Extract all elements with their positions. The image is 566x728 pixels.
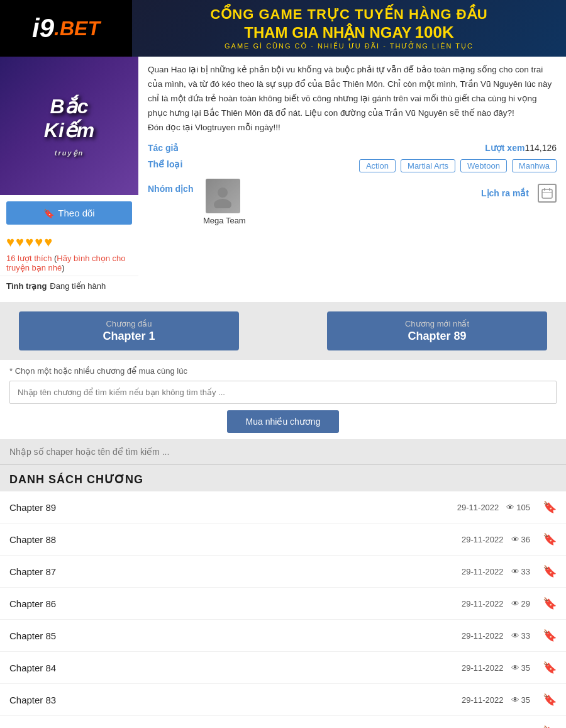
- read-more-text: Đón đọc tại Vlogtruyen mỗi ngày!!!: [148, 123, 280, 132]
- chapter-bookmark-icon[interactable]: 🔖: [543, 500, 557, 514]
- banner-content: CỔNG GAME TRỰC TUYẾN HÀNG ĐẦU THAM GIA N…: [132, 3, 566, 53]
- eye-icon: 👁: [511, 535, 519, 544]
- right-content: Quan Hao lại bị những kẻ phản bội vu khố…: [138, 57, 566, 302]
- chapter-views: 👁 36: [511, 535, 530, 544]
- cover-title: Bắc Kiếm truyện: [44, 94, 94, 157]
- chapter-list-item[interactable]: Chapter 85 29-11-2022 👁 33 🔖: [0, 620, 566, 652]
- chapter-bookmark-icon[interactable]: 🔖: [543, 661, 557, 675]
- eye-icon: 👁: [506, 503, 514, 512]
- tags-container: Action Martial Arts Webtoon Manhwa: [359, 159, 557, 172]
- tac-gia-row: Tác giả Lượt xem 114,126: [148, 143, 557, 153]
- views-number: 35: [521, 695, 530, 705]
- views-number: 105: [516, 503, 530, 512]
- chapter-views: 👁 35: [511, 695, 530, 705]
- chapter-list-title: DANH SÁCH CHƯƠNG: [0, 465, 566, 491]
- chapter-name: Chapter 85: [9, 630, 56, 641]
- status-label: Tình trạng: [6, 281, 47, 291]
- likes-count: 16 lượt thích (Hãy bình chọn cho truyện …: [0, 254, 138, 276]
- tag-martial-arts[interactable]: Martial Arts: [401, 159, 455, 172]
- chapter-list-section: DANH SÁCH CHƯƠNG Chapter 89 29-11-2022 👁…: [0, 439, 566, 728]
- lich-ra-mat-label: Lịch ra mắt: [481, 188, 531, 198]
- logo-container[interactable]: i9 .BET: [0, 0, 132, 57]
- chapter-bookmark-icon[interactable]: 🔖: [543, 629, 557, 642]
- views-count: 114,126: [524, 143, 557, 153]
- chapter-bookmark-icon[interactable]: 🔖: [543, 725, 557, 728]
- chapter-filter-input[interactable]: [0, 439, 566, 465]
- chapter-date: 29-11-2022: [457, 503, 499, 512]
- eye-icon: 👁: [511, 663, 519, 673]
- chapter-date: 29-11-2022: [462, 599, 504, 608]
- avatar-image: [206, 179, 240, 213]
- translator-name: Mega Team: [203, 216, 246, 225]
- chapter-meta: 29-11-2022 👁 33 🔖: [462, 564, 557, 578]
- chapter-name: Chapter 89: [9, 502, 56, 513]
- chapter-date: 29-11-2022: [462, 567, 504, 576]
- follow-label: Theo dõi: [58, 208, 94, 218]
- chapter-name: Chapter 83: [9, 695, 56, 705]
- logo-bet: .BET: [54, 17, 100, 40]
- chapter-meta: 29-11-2022 👁 42 🔖: [462, 725, 557, 728]
- star-4: ♥: [35, 234, 43, 250]
- chapter-bookmark-icon[interactable]: 🔖: [543, 532, 557, 546]
- status-value: Đang tiến hành: [50, 281, 106, 291]
- buy-button[interactable]: Mua nhiều chương: [227, 410, 340, 433]
- chapter-name: Chapter 84: [9, 663, 56, 673]
- chapter-list-item[interactable]: Chapter 86 29-11-2022 👁 29 🔖: [0, 588, 566, 620]
- description-text: Quan Hao lại bị những kẻ phản bội vu khố…: [148, 65, 552, 118]
- chapter-name: Chapter 86: [9, 598, 56, 609]
- chapter-list-item[interactable]: Chapter 87 29-11-2022 👁 33 🔖: [0, 556, 566, 588]
- nhom-dich-row: Nhóm dịch Mega Team Lịch ra mắt: [148, 179, 557, 225]
- chapter-views: 👁 105: [506, 503, 530, 512]
- status-row: Tình trạng Đang tiến hành: [0, 276, 138, 296]
- chapter-bookmark-icon[interactable]: 🔖: [543, 693, 557, 707]
- star-5: ♥: [44, 234, 52, 250]
- tag-action[interactable]: Action: [359, 159, 396, 172]
- chapter-name: Chapter 88: [9, 534, 56, 545]
- tag-webtoon[interactable]: Webtoon: [460, 159, 507, 172]
- star-2: ♥: [16, 234, 24, 250]
- description: Quan Hao lại bị những kẻ phản bội vu khố…: [148, 63, 557, 135]
- chapter-views: 👁 33: [511, 567, 530, 576]
- chapter-bookmark-icon[interactable]: 🔖: [543, 596, 557, 610]
- tag-manhwa[interactable]: Manhwa: [512, 159, 557, 172]
- chapter-list-item[interactable]: Chapter 89 29-11-2022 👁 105 🔖: [0, 491, 566, 524]
- chapter-meta: 29-11-2022 👁 33 🔖: [462, 629, 557, 642]
- main-container: Bắc Kiếm truyện 🔖 Theo dõi ♥ ♥ ♥ ♥ ♥ 16 …: [0, 57, 566, 302]
- chapter-name: Chapter 87: [9, 566, 56, 577]
- tac-gia-label: Tác giả: [148, 143, 198, 153]
- eye-icon: 👁: [511, 631, 519, 641]
- eye-icon: 👁: [511, 599, 519, 608]
- chapter-search-input[interactable]: [9, 381, 557, 404]
- chapter-list-item[interactable]: Chapter 83 29-11-2022 👁 35 🔖: [0, 684, 566, 716]
- select-notice: * Chọn một hoặc nhiều chương để mua cùng…: [9, 366, 557, 376]
- chapter-list-item[interactable]: Chapter 84 29-11-2022 👁 35 🔖: [0, 652, 566, 684]
- translator-block: Mega Team: [203, 179, 246, 225]
- nhom-dich-label: Nhóm dịch: [148, 184, 198, 194]
- latest-chapter-label: Chương mới nhất: [340, 319, 535, 328]
- latest-chapter-button[interactable]: Chương mới nhất Chapter 89: [327, 311, 547, 350]
- chapter-date: 29-11-2022: [462, 663, 504, 673]
- likes-number: 16 lượt thích: [6, 254, 52, 263]
- logo-i9: i9: [32, 13, 54, 43]
- banner-title: CỔNG GAME TRỰC TUYẾN HÀNG ĐẦU: [210, 6, 487, 23]
- banner: i9 .BET CỔNG GAME TRỰC TUYẾN HÀNG ĐẦU TH…: [0, 0, 566, 57]
- chapter-meta: 29-11-2022 👁 29 🔖: [462, 596, 557, 610]
- views-number: 35: [521, 663, 530, 673]
- chapter-nav: Chương đầu Chapter 1 Chương mới nhất Cha…: [0, 302, 566, 360]
- left-sidebar: Bắc Kiếm truyện 🔖 Theo dõi ♥ ♥ ♥ ♥ ♥ 16 …: [0, 57, 138, 302]
- search-buy-section: * Chọn một hoặc nhiều chương để mua cùng…: [0, 360, 566, 439]
- chapter-bookmark-icon[interactable]: 🔖: [543, 564, 557, 578]
- stars-rating: ♥ ♥ ♥ ♥ ♥: [0, 231, 138, 254]
- chapter-views: 👁 29: [511, 599, 530, 608]
- chapter-views: 👁 35: [511, 663, 530, 673]
- chapter-list-item[interactable]: Chapter 88 29-11-2022 👁 36 🔖: [0, 524, 566, 556]
- first-chapter-button[interactable]: Chương đầu Chapter 1: [19, 311, 239, 350]
- eye-icon: 👁: [511, 695, 519, 705]
- views-number: 33: [521, 631, 530, 641]
- chapter-list-item[interactable]: Chapter 82 29-11-2022 👁 42 🔖: [0, 716, 566, 728]
- chapter-meta: 29-11-2022 👁 36 🔖: [462, 532, 557, 546]
- follow-button[interactable]: 🔖 Theo dõi: [6, 201, 132, 225]
- manga-cover: Bắc Kiếm truyện: [0, 57, 138, 195]
- bookmark-icon: 🔖: [43, 208, 54, 218]
- translator-avatar: [206, 179, 240, 213]
